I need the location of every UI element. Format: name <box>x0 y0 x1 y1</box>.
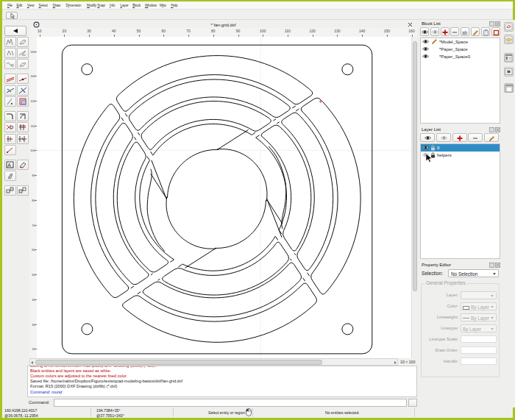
svg-text:ab: ab <box>462 29 468 35</box>
svg-text:A: A <box>7 163 11 168</box>
